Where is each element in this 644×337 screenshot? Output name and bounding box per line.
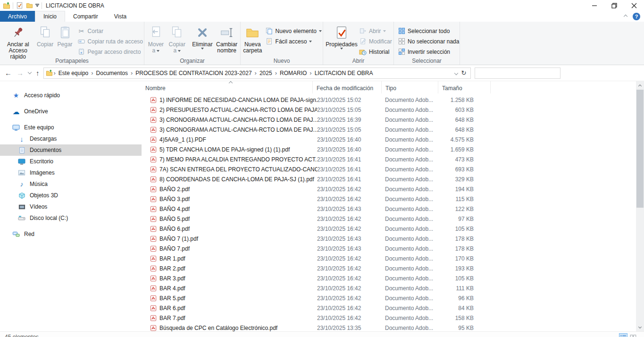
paste-shortcut-button[interactable]: Pegar acceso directo [78, 47, 143, 56]
history-button[interactable]: Historial [359, 47, 392, 56]
file-type: Documento Adob... [385, 186, 439, 193]
file-row[interactable]: BAR 5.pdf23/10/2025 16:42Documento Adob.… [142, 293, 636, 303]
tab-vista[interactable]: Vista [106, 11, 134, 22]
copy-to-button[interactable]: Copiara [167, 23, 188, 54]
invert-selection-button[interactable]: Invertir selección [398, 47, 459, 56]
file-row[interactable]: 8) COORDENADAS DE CANCHA-LOMA DE PAJA-SJ… [142, 174, 636, 184]
file-row[interactable]: 5) TDR CANCHA LOMA DE PAJA-signed (1) (1… [142, 144, 636, 154]
select-none-button[interactable]: No seleccionar nada [398, 37, 459, 46]
search-input[interactable] [475, 68, 560, 78]
address-bar[interactable]: ›Este equipo›Documentos›PROCESOS DE CONT… [43, 67, 471, 79]
forward-button[interactable]: → [17, 69, 24, 77]
file-row[interactable]: 3) CRONOGRAMA ACTUAL-CANCHA-RCTO LOMA DE… [142, 125, 636, 135]
breadcrumb-item[interactable]: Este equipo [56, 70, 91, 76]
file-row[interactable]: 7) MEMO PARA ALCALDIA ENTREGANDO PROYECT… [142, 154, 636, 164]
file-row[interactable]: BAÑO 2.pdf23/10/2025 16:42Documento Adob… [142, 184, 636, 194]
collapse-ribbon-icon[interactable] [624, 15, 627, 18]
file-row[interactable]: BAÑO 5.pdf23/10/2025 16:42Documento Adob… [142, 214, 636, 224]
breadcrumb-item[interactable]: PROCESOS DE CONTRATACION 2023-2027 [133, 70, 254, 76]
breadcrumb-item[interactable]: Documentos [94, 70, 130, 76]
column-header-name[interactable]: Nombre [142, 81, 313, 93]
minimize-button[interactable] [585, 0, 604, 11]
file-row[interactable]: 3) CRONOGRAMA ACTUAL-CANCHA-RCTO LOMA DE… [142, 115, 636, 125]
cut-button[interactable]: ✂ Cortar [78, 26, 143, 35]
sidebar-item-desktop[interactable]: Escritorio [0, 156, 142, 167]
breadcrumb-item[interactable]: 2025 [257, 70, 275, 76]
file-row[interactable]: 7A) SCAN ENTREGA DEL PROYECTO ACTUALIZAD… [142, 164, 636, 174]
sidebar-item-objects-3d[interactable]: Objetos 3D [0, 190, 142, 201]
tab-compartir[interactable]: Compartir [65, 11, 106, 22]
file-row[interactable]: BAÑO 3.pdf23/10/2025 16:42Documento Adob… [142, 194, 636, 204]
file-row[interactable]: BAR 4.pdf23/10/2025 16:42Documento Adob.… [142, 283, 636, 293]
file-row[interactable]: BAÑO 7.pdf23/10/2025 16:43Documento Adob… [142, 244, 636, 253]
file-row[interactable]: BAÑO 6.pdf23/10/2025 16:42Documento Adob… [142, 224, 636, 234]
sidebar-item-downloads[interactable]: ↓Descargas [0, 133, 142, 144]
properties-button[interactable]: Propiedades [324, 23, 359, 50]
tab-inicio[interactable]: Inicio [35, 11, 65, 22]
address-dropdown-icon[interactable] [454, 71, 458, 75]
copy-button[interactable]: Copiar [35, 23, 55, 48]
tab-archivo[interactable]: Archivo [0, 11, 35, 22]
file-row[interactable]: 4)5AA9_1 (1).PDF23/10/2025 16:40Document… [142, 135, 636, 144]
pdf-file-icon [150, 176, 157, 183]
sidebar-item-this-pc[interactable]: Este equipo [0, 122, 142, 133]
file-size: 648 KB [439, 117, 474, 123]
sidebar-item-music[interactable]: ♪Música [0, 178, 142, 190]
file-row[interactable]: BAÑO 4.pdf23/10/2025 16:43Documento Adob… [142, 204, 636, 214]
vertical-scrollbar[interactable] [636, 81, 644, 331]
file-row[interactable]: BAR 7.pdf23/10/2025 16:42Documento Adob.… [142, 313, 636, 323]
scrollbar-thumb[interactable] [636, 90, 644, 208]
column-header-type[interactable]: Tipo [382, 81, 438, 93]
pushpin-icon [10, 25, 25, 40]
delete-button[interactable]: Eliminar [191, 23, 215, 50]
file-row[interactable]: BAR 6.pdf23/10/2025 16:42Documento Adob.… [142, 303, 636, 313]
sidebar-item-videos[interactable]: Vídeos [0, 201, 142, 212]
large-icons-view-button[interactable] [629, 333, 637, 337]
pdf-file-icon [150, 236, 157, 242]
file-row[interactable]: 1) INFORME DE NECESIDAD-CANCHA LOMA DE P… [142, 95, 636, 105]
open-button[interactable]: Abrir [359, 26, 392, 35]
restore-button[interactable] [604, 0, 624, 11]
folder-up-arrow-icon[interactable] [3, 2, 10, 9]
sidebar-item-documents[interactable]: Documentos [0, 144, 142, 156]
recent-locations-dropdown-icon[interactable] [28, 70, 32, 74]
scroll-up-icon[interactable] [636, 81, 644, 89]
sidebar-item-quick-access[interactable]: ★Acceso rápido [0, 90, 142, 101]
easy-access-button[interactable]: Fácil acceso [266, 37, 322, 46]
breadcrumb-item[interactable]: ROMARIO [277, 70, 309, 76]
file-row[interactable]: BAR 3.pdf23/10/2025 16:42Documento Adob.… [142, 273, 636, 283]
properties-check-icon[interactable] [16, 2, 23, 9]
column-header-date[interactable]: Fecha de modificación [313, 81, 382, 93]
qat-customize-dropdown[interactable] [35, 4, 39, 7]
sidebar-item-network[interactable]: Red [0, 228, 142, 240]
file-row[interactable]: BAR 1.pdf23/10/2025 16:42Documento Adob.… [142, 253, 636, 263]
up-button[interactable]: ↑ [36, 69, 40, 77]
modify-button[interactable]: Modificar [359, 37, 392, 46]
sidebar-item-onedrive[interactable]: ☁OneDrive [0, 106, 142, 117]
file-row[interactable]: 2) PRESUPUESTO ACTUAL-CANCHA-RCTO LOMA D… [142, 105, 636, 115]
move-to-button[interactable]: Movera [145, 23, 167, 54]
new-item-button[interactable]: Nuevo elemento [266, 26, 322, 35]
back-button[interactable]: ← [5, 69, 12, 77]
pin-to-quick-access-button[interactable]: Anclar alAcceso rápido [1, 23, 35, 60]
close-button[interactable] [624, 0, 644, 11]
sidebar-item-label: Música [30, 181, 48, 187]
sidebar-item-pictures[interactable]: Imágenes [0, 167, 142, 178]
refresh-icon[interactable]: ↻ [461, 69, 467, 76]
file-row[interactable]: BAR 2.pdf23/10/2025 16:42Documento Adob.… [142, 263, 636, 273]
column-header-size[interactable]: Tamaño [438, 81, 491, 93]
folder-icon[interactable] [25, 2, 33, 9]
select-all-icon [398, 27, 405, 35]
select-all-button[interactable]: Seleccionar todo [398, 26, 459, 35]
breadcrumb-item[interactable]: LICITACION DE OBRA [312, 70, 376, 76]
paste-button[interactable]: Pegar [55, 23, 75, 48]
help-button[interactable]: ? [633, 13, 640, 20]
file-row[interactable]: BAÑO 7 (1).pdf23/10/2025 16:43Documento … [142, 234, 636, 244]
details-view-button[interactable] [619, 333, 627, 337]
new-folder-button[interactable]: Nuevacarpeta [242, 23, 264, 54]
rename-button[interactable]: Cambiarnombre [214, 23, 239, 54]
copy-path-button[interactable]: W... Copiar ruta de acceso [78, 37, 143, 46]
sidebar-item-local-disk[interactable]: Disco local (C:) [0, 212, 142, 224]
scroll-down-icon[interactable] [636, 323, 644, 331]
file-name: 2) PRESUPUESTO ACTUAL-CANCHA-RCTO LOMA D… [159, 107, 317, 113]
